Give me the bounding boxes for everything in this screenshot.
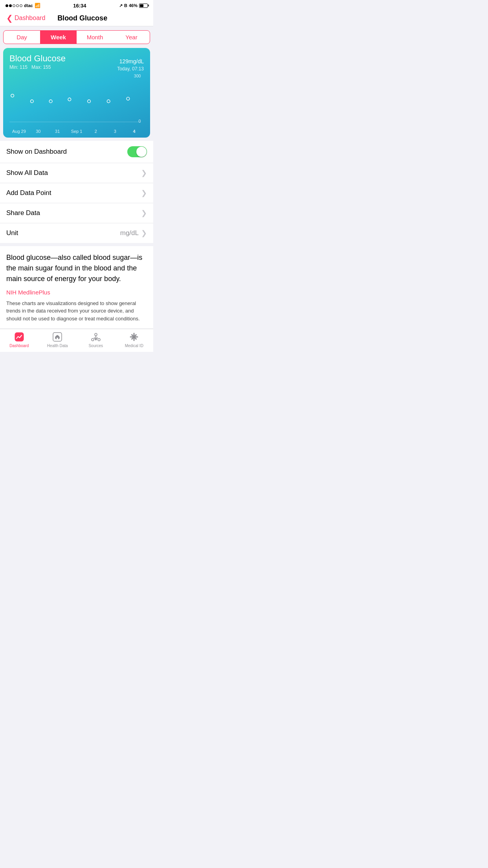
add-data-point-label: Add Data Point [6,189,141,197]
show-dashboard-label: Show on Dashboard [6,148,127,156]
signal-dot-1 [6,4,8,7]
health-data-icon [52,331,63,342]
blood-glucose-chart: Blood Glucose Min: 115 Max: 155 129mg/dL… [3,48,150,138]
svg-point-7 [98,338,100,341]
chevron-right-icon-2: ❯ [141,189,147,197]
x-label-2: 31 [48,129,67,134]
location-icon: ↗ [119,3,123,8]
page-title: Blood Glucose [18,14,147,22]
tab-week[interactable]: Week [40,31,77,44]
data-point-1 [31,100,34,103]
bottom-tab-medical-id[interactable]: Medical ID [115,331,154,348]
chart-svg: 300 0 [9,73,144,126]
bottom-tab-bar: Dashboard Health Data Sources Medical ID [0,329,153,352]
carrier-label: dtac [24,3,33,8]
status-right: ↗ B 46% [119,3,148,8]
bottom-tab-sources[interactable]: Sources [77,331,115,348]
data-point-4 [88,100,91,103]
show-dashboard-toggle[interactable] [127,146,147,157]
sources-tab-label: Sources [88,344,103,348]
x-label-0: Aug 29 [9,129,29,134]
signal-dot-3 [13,4,15,7]
chart-header: Blood Glucose Min: 115 Max: 155 129mg/dL… [9,53,144,72]
svg-point-6 [92,338,94,341]
svg-point-5 [95,333,97,336]
sources-icon [90,331,101,342]
x-label-3: Sep 1 [67,129,86,134]
battery-indicator [139,4,148,8]
unit-label: Unit [6,229,120,237]
wifi-icon: 📶 [35,3,40,8]
description-link[interactable]: NIH MedlinePlus [6,289,147,296]
data-point-3 [68,98,71,101]
bluetooth-icon: B [124,3,127,8]
chart-max: Max: 155 [31,64,51,70]
chart-title: Blood Glucose [9,53,66,64]
chart-unit: mg/dL [128,58,144,64]
signal-dot-4 [16,4,19,7]
show-all-data-row[interactable]: Show All Data ❯ [0,163,153,183]
chart-value-block: 129mg/dL Today, 07:13 [117,53,144,72]
description-disclaimer: These charts are visualizations designed… [6,300,147,323]
description-text: Blood glucose—also called blood sugar—is… [6,252,147,284]
data-point-0 [11,94,14,97]
health-data-tab-label: Health Data [47,344,68,348]
x-label-1: 30 [29,129,48,134]
x-label-4: 2 [86,129,105,134]
signal-dot-5 [20,4,22,7]
data-point-5 [107,100,110,103]
show-on-dashboard-row[interactable]: Show on Dashboard [0,141,153,163]
chevron-right-icon-4: ❯ [141,229,147,237]
back-chevron-icon: ❮ [6,13,13,23]
medical-id-tab-label: Medical ID [125,344,143,348]
bottom-tab-health-data[interactable]: Health Data [39,331,77,348]
share-data-label: Share Data [6,209,141,217]
add-data-point-row[interactable]: Add Data Point ❯ [0,183,153,203]
description-section: Blood glucose—also called blood sugar—is… [0,246,153,329]
data-point-2 [49,100,52,103]
chevron-right-icon: ❯ [141,169,147,177]
chart-x-labels: Aug 29 30 31 Sep 1 2 3 4 [9,127,144,134]
unit-value: mg/dL [120,229,139,237]
chevron-right-icon-3: ❯ [141,209,147,217]
bottom-tab-dashboard[interactable]: Dashboard [0,331,39,348]
dashboard-tab-label: Dashboard [9,344,29,348]
medical-id-icon [128,331,139,342]
chart-timestamp: Today, 07:13 [117,66,144,72]
chart-min: Min: 115 [9,64,28,70]
dashboard-icon [14,331,25,342]
nav-bar: ❮ Dashboard Blood Glucose [0,10,153,26]
signal-dot-2 [9,4,12,7]
svg-text:300: 300 [134,74,141,78]
toggle-thumb [136,147,147,157]
show-all-data-label: Show All Data [6,169,141,177]
unit-row[interactable]: Unit mg/dL ❯ [0,223,153,243]
chart-title-block: Blood Glucose Min: 115 Max: 155 [9,53,66,70]
status-left: dtac 📶 [6,3,40,8]
x-label-5: 3 [105,129,125,134]
share-data-row[interactable]: Share Data ❯ [0,203,153,223]
battery-percent: 46% [129,3,138,8]
status-bar: dtac 📶 16:34 ↗ B 46% [0,0,153,10]
tab-year[interactable]: Year [113,31,150,44]
time-range-tabs: Day Week Month Year [3,30,150,44]
settings-list: Show on Dashboard Show All Data ❯ Add Da… [0,141,153,243]
chart-value-number: 129 [119,58,128,64]
svg-text:0: 0 [139,119,141,123]
tab-month[interactable]: Month [77,31,113,44]
chart-value-main: 129mg/dL [117,53,144,66]
signal-dots [6,4,22,7]
data-point-6 [127,97,130,100]
x-label-6: 4 [125,129,144,134]
chart-subtitle: Min: 115 Max: 155 [9,64,66,70]
status-time: 16:34 [73,3,86,9]
tab-day[interactable]: Day [4,31,40,44]
